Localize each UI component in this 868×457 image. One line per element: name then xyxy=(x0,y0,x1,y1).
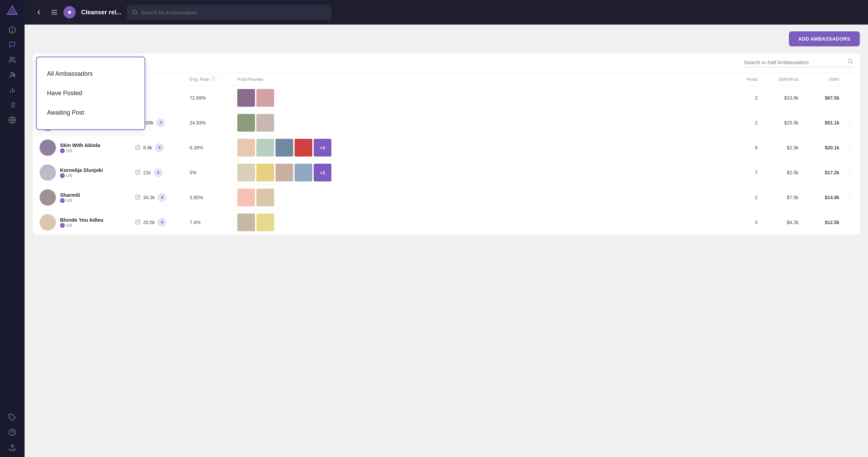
tag-sidebar-icon[interactable] xyxy=(6,411,18,424)
posts-count: 2 xyxy=(755,95,758,101)
table-row: Kornelija Slunjski ✓ US 21k 4 5% ⋮ +2 7 … xyxy=(33,160,860,185)
platform-icon xyxy=(135,194,140,201)
verified-badge: ✓ xyxy=(60,223,65,228)
search-icon[interactable] xyxy=(848,59,853,65)
score-badge: 4 xyxy=(155,143,164,152)
posts-count: 7 xyxy=(755,170,758,175)
post-thumbnail xyxy=(237,189,255,206)
alert-sidebar-icon[interactable] xyxy=(6,24,18,36)
campaign-title: Cleanser rel... xyxy=(81,9,121,16)
filter-dropdown: All Ambassadors Have Posted Awaiting Pos… xyxy=(36,57,145,130)
svg-point-36 xyxy=(848,59,852,63)
svg-line-29 xyxy=(136,13,137,14)
row-actions-button[interactable]: ⋮ xyxy=(847,194,853,201)
user-cell: Kornelija Slunjski ✓ US xyxy=(40,164,135,181)
menu-button[interactable] xyxy=(50,9,58,16)
user-name: Blonde You Adieu xyxy=(60,217,103,223)
post-preview xyxy=(237,189,730,206)
chart-sidebar-icon[interactable] xyxy=(6,84,18,96)
table-row: Blonde You Adieu ✓ US 20.5k 4 7.4% ⋮ 3 $… xyxy=(33,210,860,235)
ambassador-search-input[interactable] xyxy=(744,59,845,65)
svg-point-19 xyxy=(11,119,13,121)
flag-sidebar-icon[interactable] xyxy=(6,39,18,51)
svg-point-47 xyxy=(137,196,139,198)
row-actions-button[interactable]: ⋮ xyxy=(847,169,853,176)
row-more-button[interactable]: ⋮ xyxy=(230,169,237,176)
post-thumbnail xyxy=(256,189,274,206)
svg-point-45 xyxy=(139,171,139,171)
score-badge: 4 xyxy=(158,218,166,227)
list-sidebar-icon[interactable] xyxy=(6,99,18,111)
nav-search-bar[interactable] xyxy=(127,5,331,20)
col-emv: ↓ EMV xyxy=(798,76,839,82)
score-badge: 4 xyxy=(158,193,166,202)
col-posts: Posts xyxy=(730,76,758,82)
col-emv-post: EMV/Post xyxy=(758,76,798,82)
table-header xyxy=(33,53,860,73)
table-row: Row 1 ✓ US 72.69% ⋮ 2 $33.8k $67.5k ⋮ xyxy=(33,86,860,110)
row-more-button[interactable]: ⋮ xyxy=(230,194,237,201)
users-sidebar-icon[interactable] xyxy=(6,54,18,66)
emv-per-post: $25.5k xyxy=(784,120,798,126)
post-thumbnail xyxy=(237,139,255,157)
back-button[interactable] xyxy=(33,6,45,18)
user-cell: Sharmili ✓ US xyxy=(40,189,135,206)
avatar xyxy=(40,139,56,156)
emv-value: $51.1k xyxy=(825,120,839,126)
content-area: ADD AMBASSADORS All Ambassadors Have Pos… xyxy=(25,25,868,457)
eng-rate: 7.4% xyxy=(190,220,230,225)
row-more-button[interactable]: ⋮ xyxy=(230,219,237,226)
post-thumbnail xyxy=(237,164,255,181)
filter-have-posted[interactable]: Have Posted xyxy=(47,84,134,103)
help-sidebar-icon[interactable] xyxy=(6,426,18,439)
user-info: Blonde You Adieu ✓ US xyxy=(60,217,103,228)
settings-sidebar-icon[interactable] xyxy=(6,114,18,126)
row-more-button[interactable]: ⋮ xyxy=(230,94,237,102)
svg-point-28 xyxy=(133,10,137,14)
svg-rect-43 xyxy=(135,170,140,174)
user-name: Sharmili xyxy=(60,192,80,198)
emv-per-post: $4.2k xyxy=(787,220,798,225)
campaign-icon xyxy=(63,6,76,18)
row-more-button[interactable]: ⋮ xyxy=(230,119,237,127)
table-row: Sharmili ✓ US 34.3k 4 3.85% ⋮ 2 $7.5k $1… xyxy=(33,185,860,210)
emv-per-post: $7.5k xyxy=(787,195,798,200)
svg-point-42 xyxy=(139,146,139,146)
row-actions-button[interactable]: ⋮ xyxy=(847,119,853,127)
post-thumbnail xyxy=(237,89,255,107)
emv-value: $67.5k xyxy=(825,95,839,101)
export-sidebar-icon[interactable] xyxy=(6,441,18,454)
followers-cell: 21k 4 xyxy=(135,168,190,177)
emv-value: $17.2k xyxy=(825,170,839,175)
row-actions-button[interactable]: ⋮ xyxy=(847,144,853,151)
svg-rect-46 xyxy=(135,195,140,199)
nav-search-input[interactable] xyxy=(141,10,326,15)
post-thumbnail xyxy=(256,89,274,107)
svg-point-41 xyxy=(137,146,139,148)
add-ambassadors-button[interactable]: ADD AMBASSADORS xyxy=(789,31,860,46)
filter-all-ambassadors[interactable]: All Ambassadors xyxy=(47,64,134,84)
eng-rate: 72.69% xyxy=(190,95,230,101)
svg-point-44 xyxy=(137,171,139,173)
post-thumbnail xyxy=(295,139,312,157)
followers-count: 8.9k xyxy=(143,145,152,150)
emv-value: $12.5k xyxy=(825,220,839,225)
row-more-button[interactable]: ⋮ xyxy=(230,144,237,151)
filter-awaiting-post[interactable]: Awaiting Post xyxy=(47,103,134,122)
post-thumbnail xyxy=(256,213,274,231)
eng-rate: 3.85% xyxy=(190,195,230,200)
row-actions-button[interactable]: ⋮ xyxy=(847,94,853,102)
user-add-sidebar-icon[interactable] xyxy=(6,69,18,81)
svg-rect-40 xyxy=(135,145,140,149)
row-actions-button[interactable]: ⋮ xyxy=(847,219,853,226)
followers-count: 21k xyxy=(143,170,151,175)
user-location: ✓ US xyxy=(60,148,100,153)
score-badge: 4 xyxy=(154,168,163,177)
app-logo xyxy=(5,3,20,18)
ambassador-rows: Row 1 ✓ US 72.69% ⋮ 2 $33.8k $67.5k ⋮ Ha… xyxy=(33,86,860,235)
user-cell: Skin With Abiola ✓ US xyxy=(40,139,135,156)
ambassador-search-box[interactable] xyxy=(744,59,853,67)
user-info: Sharmili ✓ US xyxy=(60,192,80,203)
posts-count: 8 xyxy=(755,145,758,150)
post-thumbnail xyxy=(237,114,255,132)
